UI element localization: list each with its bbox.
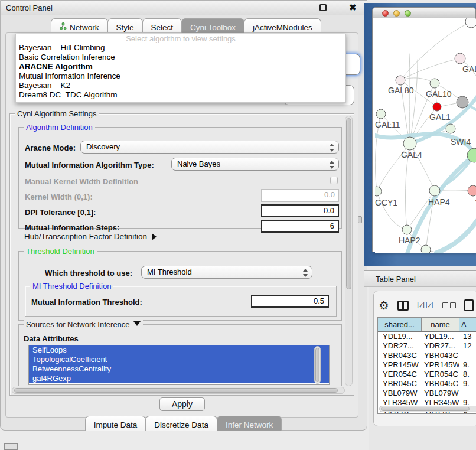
network-edge[interactable] — [400, 78, 435, 83]
network-node-gcy1[interactable] — [375, 187, 382, 196]
table-row[interactable]: YBR045CYBR045C9. — [378, 379, 476, 389]
network-node-gal[interactable] — [455, 53, 465, 64]
data-attributes-label: Data Attributes — [24, 334, 79, 343]
table-horizontal-scrollbar[interactable] — [379, 406, 476, 412]
mi-algorithm-type-combobox[interactable]: Naive Bayes — [171, 158, 339, 171]
minimized-window-icon[interactable] — [4, 443, 18, 450]
network-node[interactable] — [457, 96, 468, 108]
table-cell: 12 — [459, 341, 476, 351]
attribute-list-item[interactable]: TopologicalCoefficient — [29, 355, 329, 364]
tab-label: Cyni Toolbox — [190, 23, 236, 32]
document-icon[interactable] — [464, 299, 474, 311]
dropdown-item[interactable]: Bayesian – Hill Climbing — [16, 43, 345, 53]
network-node[interactable] — [421, 245, 431, 253]
dropdown-item[interactable]: ARACNE Algorithm — [16, 62, 345, 71]
table-row[interactable]: YDL19...YDL19...13 — [378, 332, 476, 341]
hub-definition-label: Hub/Transcription Factor Definition — [24, 232, 147, 241]
network-edge[interactable] — [400, 22, 471, 80]
aracne-mode-combobox[interactable]: Discovery — [80, 141, 339, 154]
node-label: GAL4 — [401, 150, 422, 159]
gear-icon[interactable]: ⚙ — [379, 299, 389, 311]
column-header-partial[interactable]: A — [459, 318, 476, 331]
bottom-tab-impute-data[interactable]: Impute Data — [85, 416, 146, 431]
node-label: SWI4 — [451, 137, 471, 146]
dropdown-item[interactable]: Bayesian – K2 — [16, 81, 345, 90]
bottom-tab-infer-network[interactable]: Infer Network — [217, 416, 282, 431]
attribute-list-scrollbar[interactable] — [314, 346, 321, 384]
network-node[interactable] — [465, 18, 476, 28]
tab-network[interactable]: Network — [51, 18, 108, 33]
network-node-gal80[interactable] — [396, 76, 405, 85]
dropdown-prompt: Select algorithm to view settings — [16, 34, 345, 43]
node-label: GAL1 — [429, 112, 451, 122]
network-canvas[interactable]: GALGAL80GAL10GAL1GAL11SWI4GAL4GCY1HAP4YH… — [375, 18, 476, 253]
dropdown-item[interactable]: Mutual Information Inference — [16, 71, 345, 81]
tab-label: Style — [116, 23, 134, 32]
table-row[interactable]: YBR043CYBR043C — [378, 351, 476, 360]
close-traffic-light-icon[interactable] — [382, 10, 389, 17]
network-node-hap4[interactable] — [429, 185, 440, 196]
sources-title[interactable]: Sources for Network Inference — [24, 320, 143, 329]
panel-splitter-handle[interactable] — [358, 216, 362, 223]
column-header-name[interactable]: name — [422, 318, 459, 331]
network-node-hap2[interactable] — [402, 225, 412, 234]
tab-cyni-toolbox[interactable]: Cyni Toolbox — [181, 18, 244, 33]
settings-vertical-scrollbar[interactable] — [345, 116, 353, 386]
attribute-list-item[interactable]: gal4RGexp — [29, 374, 329, 383]
data-attributes-list[interactable]: SelfLoopsTopologicalCoefficientBetweenne… — [28, 345, 330, 385]
settings-horizontal-scrollbar[interactable] — [12, 387, 345, 394]
network-node-gal1[interactable] — [433, 103, 441, 111]
table-cell: YDL19... — [422, 332, 459, 341]
which-threshold-combobox[interactable]: MI Threshold — [141, 266, 312, 279]
network-icon — [60, 22, 67, 32]
close-icon[interactable]: ✖ — [349, 2, 357, 13]
hub-definition-expander[interactable]: Hub/Transcription Factor Definition — [24, 232, 157, 241]
network-edge[interactable] — [426, 250, 476, 253]
unchecked-pair-icon[interactable] — [442, 302, 456, 308]
float-window-icon[interactable] — [319, 4, 327, 11]
mi-steps-field[interactable]: 6 — [261, 220, 339, 233]
network-edge-highlighted[interactable] — [436, 218, 476, 253]
bottom-tabs: Impute DataDiscretize DataInfer Network — [1, 415, 367, 431]
minimize-traffic-light-icon[interactable] — [393, 10, 400, 17]
mi-threshold-label: Mutual Information Threshold: — [31, 298, 142, 306]
table-cell: YPR145W — [378, 360, 422, 370]
column-header-shared-name[interactable]: shared... — [378, 318, 422, 331]
columns-icon[interactable] — [397, 301, 409, 311]
dropdown-item[interactable]: Basic Correlation Inference — [16, 53, 345, 62]
attribute-list-item[interactable]: BetweennessCentrality — [29, 364, 329, 374]
control-panel-title: Control Panel — [6, 4, 53, 12]
mi-type-value: Naive Bayes — [177, 159, 220, 168]
tab-select[interactable]: Select — [142, 18, 182, 33]
table-cell: YBL079W — [378, 389, 422, 398]
dpi-tolerance-field[interactable]: 0.0 — [261, 204, 339, 217]
table-row[interactable]: YBL079WYBL079W — [378, 389, 476, 398]
network-window-titlebar[interactable] — [373, 8, 475, 18]
network-node-gal4[interactable] — [403, 137, 416, 150]
mi-threshold-field[interactable]: 0.5 — [251, 295, 329, 308]
attribute-list-item[interactable]: SelfLoops — [29, 345, 329, 355]
table-row[interactable]: YPR145WYPR145W9. — [378, 360, 476, 370]
tab-style[interactable]: Style — [107, 18, 143, 33]
network-edge[interactable] — [409, 54, 410, 144]
network-node-y[interactable] — [468, 185, 476, 196]
zoom-traffic-light-icon[interactable] — [405, 10, 411, 17]
node-label: GAL11 — [375, 120, 400, 129]
network-edge[interactable] — [377, 191, 407, 230]
table-row[interactable]: YER054CYER054C8. — [378, 370, 476, 379]
checked-pair-icon[interactable]: ☑☑ — [417, 300, 434, 311]
network-node-swi4[interactable] — [446, 124, 455, 133]
manual-kernel-checkbox[interactable] — [330, 177, 338, 184]
apply-button[interactable]: Apply — [159, 397, 205, 411]
table-cell: YDR27... — [378, 341, 422, 351]
network-node-gal11[interactable] — [376, 109, 386, 119]
table-row[interactable]: YDR27...YDR27...12 — [378, 341, 476, 351]
bottom-tab-discretize-data[interactable]: Discretize Data — [145, 416, 217, 431]
tab-jactivemnodules[interactable]: jActiveMNodules — [244, 18, 321, 33]
dropdown-item[interactable]: Dream8 DC_TDC Algorithm — [16, 90, 345, 100]
manual-kernel-label: Manual Kernel Width Definition — [25, 177, 138, 186]
table-body[interactable]: YDL19...YDL19...13YDR27...YDR27...12YBR0… — [378, 332, 476, 414]
kernel-width-field[interactable]: 0.0 — [261, 189, 339, 202]
dropdown-items: Bayesian – Hill ClimbingBasic Correlatio… — [16, 43, 345, 100]
network-node-gal10[interactable] — [430, 79, 439, 88]
